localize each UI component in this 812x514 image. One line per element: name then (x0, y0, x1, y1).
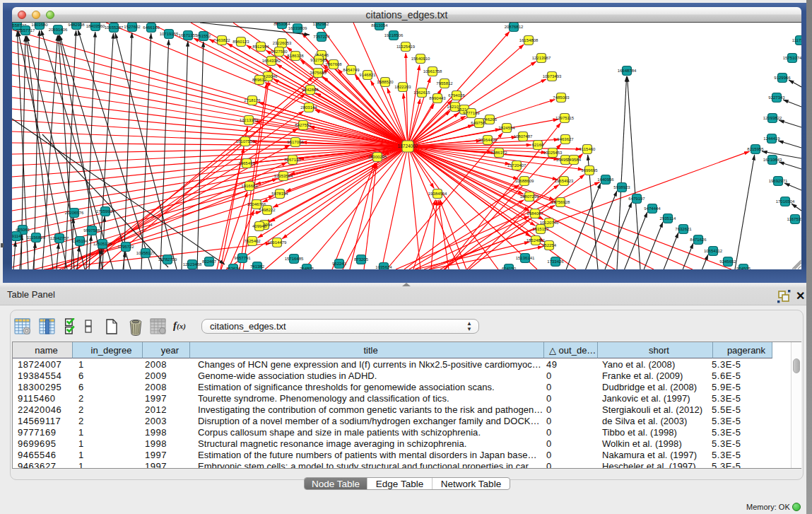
svg-text:741382: 741382 (250, 264, 265, 269)
svg-text:62160: 62160 (532, 143, 544, 147)
svg-text:23226053: 23226053 (273, 41, 292, 45)
svg-text:10025453: 10025453 (543, 151, 563, 155)
svg-text:12093822: 12093822 (763, 116, 782, 120)
svg-text:9129966: 9129966 (774, 76, 791, 80)
svg-text:19654923: 19654923 (555, 179, 574, 183)
svg-text:16648784: 16648784 (618, 69, 637, 73)
svg-text:9327500: 9327500 (271, 49, 288, 54)
svg-text:1035624: 1035624 (375, 265, 392, 269)
svg-text:1615152: 1615152 (532, 227, 549, 231)
svg-text:2867608: 2867608 (325, 62, 342, 66)
svg-text:15640910: 15640910 (411, 57, 430, 61)
svg-text:1527602: 1527602 (124, 25, 141, 29)
svg-text:9146821: 9146821 (359, 73, 376, 77)
svg-text:9474444: 9474444 (644, 206, 661, 211)
svg-text:10557717: 10557717 (16, 28, 35, 33)
svg-text:1167533: 1167533 (787, 217, 801, 221)
svg-text:2935114: 2935114 (660, 216, 677, 221)
svg-text:624150: 624150 (502, 267, 517, 269)
svg-text:8186328: 8186328 (287, 54, 304, 58)
svg-text:391140: 391140 (12, 234, 23, 238)
svg-text:3875685: 3875685 (310, 71, 326, 75)
svg-text:9997588: 9997588 (83, 228, 100, 233)
svg-text:8960123: 8960123 (233, 40, 249, 44)
svg-text:409948: 409948 (252, 224, 267, 228)
svg-text:16782759: 16782759 (158, 257, 177, 262)
svg-text:1733426: 1733426 (547, 259, 564, 264)
svg-text:15751074: 15751074 (783, 56, 801, 60)
svg-text:9463627: 9463627 (557, 137, 574, 141)
svg-text:7485003: 7485003 (553, 95, 570, 100)
svg-text:1795722: 1795722 (117, 245, 134, 249)
svg-text:2718176: 2718176 (244, 98, 261, 103)
svg-text:749584: 749584 (567, 158, 582, 162)
svg-text:9777169: 9777169 (463, 111, 480, 115)
svg-text:1588520: 1588520 (377, 80, 394, 84)
svg-text:10958127: 10958127 (136, 251, 155, 255)
svg-text:9245652: 9245652 (719, 259, 736, 264)
svg-text:5878334: 5878334 (271, 192, 288, 196)
svg-text:7625402: 7625402 (244, 239, 261, 243)
svg-text:9227343: 9227343 (768, 95, 785, 100)
svg-text:18403560: 18403560 (86, 24, 105, 28)
svg-text:12975115: 12975115 (555, 116, 575, 120)
svg-text:11325419: 11325419 (396, 45, 416, 49)
svg-text:873205: 873205 (354, 257, 369, 262)
svg-text:6466160: 6466160 (143, 25, 160, 30)
svg-text:9657791: 9657791 (234, 256, 251, 260)
svg-text:1003580: 1003580 (31, 23, 48, 27)
svg-text:952241: 952241 (332, 262, 347, 266)
svg-text:10973493: 10973493 (543, 74, 562, 78)
svg-text:10961758: 10961758 (423, 69, 442, 74)
svg-text:10655287: 10655287 (105, 25, 124, 30)
svg-text:16543382: 16543382 (262, 59, 281, 63)
svg-text:2803144: 2803144 (300, 105, 317, 110)
svg-text:19218506: 19218506 (384, 33, 404, 37)
svg-text:1965493: 1965493 (238, 161, 255, 165)
svg-text:7955812: 7955812 (436, 81, 453, 86)
svg-text:7632621: 7632621 (675, 227, 692, 231)
svg-text:1822203: 1822203 (394, 85, 411, 89)
svg-text:7986372: 7986372 (490, 151, 507, 155)
svg-text:11156829: 11156829 (27, 235, 45, 240)
svg-text:10654112: 10654112 (704, 249, 723, 253)
svg-text:16914479: 16914479 (268, 240, 287, 245)
svg-text:16033809: 16033809 (288, 26, 307, 30)
svg-text:1916682: 1916682 (241, 184, 258, 188)
svg-text:15720407: 15720407 (507, 163, 526, 168)
svg-text:7463822: 7463822 (213, 38, 230, 42)
svg-text:8427552: 8427552 (295, 123, 312, 127)
svg-text:8454749: 8454749 (343, 68, 360, 72)
svg-text:153624: 153624 (226, 267, 241, 269)
svg-text:924505: 924505 (736, 267, 751, 269)
svg-text:9517006: 9517006 (287, 140, 304, 144)
svg-text:9242848: 9242848 (302, 88, 319, 92)
svg-text:17359924: 17359924 (96, 209, 115, 214)
svg-text:16210643: 16210643 (763, 158, 782, 162)
svg-text:264805: 264805 (300, 267, 314, 269)
svg-text:19692971: 19692971 (769, 179, 788, 183)
svg-text:1640956: 1640956 (597, 177, 614, 182)
svg-text:889612: 889612 (252, 78, 267, 82)
svg-text:19384554: 19384554 (428, 192, 447, 196)
svg-text:5938923: 5938923 (613, 185, 630, 189)
svg-text:15136141: 15136141 (516, 256, 535, 260)
svg-text:20876812: 20876812 (505, 25, 524, 29)
svg-text:10688609: 10688609 (515, 179, 534, 183)
svg-text:12213389: 12213389 (240, 118, 259, 122)
svg-text:12353594: 12353594 (274, 174, 293, 178)
svg-text:8813054: 8813054 (371, 23, 388, 28)
svg-text:6794028: 6794028 (448, 93, 465, 98)
svg-text:18724007: 18724007 (398, 144, 418, 148)
svg-text:3824554: 3824554 (498, 126, 515, 130)
svg-text:8990443: 8990443 (429, 96, 446, 100)
svg-text:6479197: 6479197 (628, 197, 645, 201)
svg-text:252254: 252254 (542, 243, 557, 247)
svg-text:5498222: 5498222 (259, 208, 276, 212)
svg-text:16107553: 16107553 (236, 139, 255, 144)
svg-text:16671355: 16671355 (179, 33, 198, 37)
svg-text:19756928: 19756928 (551, 200, 570, 204)
svg-text:20206576: 20206576 (65, 211, 84, 215)
svg-text:12942757: 12942757 (50, 236, 69, 240)
svg-text:10807487: 10807487 (514, 134, 533, 139)
